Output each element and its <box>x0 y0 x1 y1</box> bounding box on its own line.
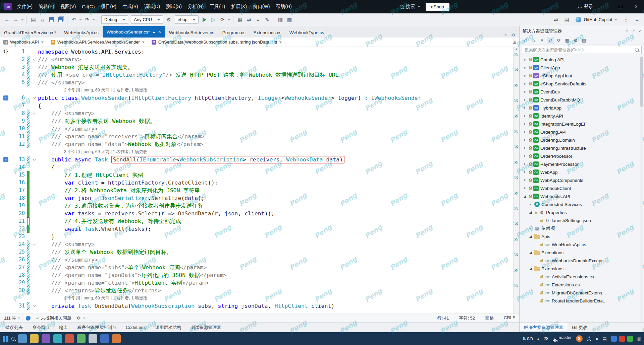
tree-item-routehandlerbuilderexte-[interactable]: C#RouteHandlerBuilderExte... <box>520 297 644 305</box>
code-cleanup-control[interactable]: ⚙ <box>77 316 86 321</box>
fold-icon[interactable] <box>33 57 36 61</box>
tree-item-eshop-servicedefaults[interactable]: C#eShop.ServiceDefaults <box>520 80 644 88</box>
taskbar-app-icon-6[interactable] <box>89 334 97 343</box>
tree-item-orderprocessor[interactable]: C#OrderProcessor <box>520 152 644 160</box>
menu-item-7[interactable]: 测试(S) <box>163 0 185 13</box>
new-file-icon[interactable]: ▤ <box>29 15 38 24</box>
collapse-all-icon[interactable]: ≡ <box>538 37 546 44</box>
chevron-collapsed-icon[interactable] <box>522 73 527 78</box>
taskbar-app-icon-3[interactable] <box>53 334 62 343</box>
document-list-chevron-icon[interactable] <box>504 34 507 36</box>
tool-tab-Git 更改[interactable]: Git 更改 <box>568 323 592 332</box>
feedback-icon[interactable]: ▤ <box>562 15 571 24</box>
start-button[interactable] <box>3 336 8 342</box>
solution-platform-dropdown[interactable]: Any CPU <box>131 15 163 24</box>
taskbar-app-icon-4[interactable] <box>65 334 74 343</box>
tree-item-hybridapp[interactable]: C#HybridApp <box>520 104 644 112</box>
chevron-expanded-icon[interactable] <box>528 234 533 239</box>
tree-item-ordering-api[interactable]: C#Ordering.API <box>520 128 644 136</box>
tree-scrollbar[interactable] <box>640 56 643 322</box>
chevron-collapsed-icon[interactable] <box>522 146 527 150</box>
menu-item-3[interactable]: Git(G) <box>79 0 98 13</box>
chevron-collapsed-icon[interactable] <box>522 170 527 175</box>
taskbar-app-icon-2[interactable] <box>42 334 50 343</box>
live-share-icon[interactable]: ⇄ <box>551 15 560 24</box>
chevron-expanded-icon[interactable] <box>528 210 533 215</box>
sync-with-active-document-icon[interactable]: ⇄ <box>547 37 554 44</box>
tree-item-clientapp[interactable]: C#ClientApp <box>520 64 644 72</box>
spaces-indicator[interactable]: 空格 <box>485 315 494 321</box>
menu-item-2[interactable]: 视图(V) <box>57 0 79 13</box>
network-updown-indicator[interactable]: ⇅ 0/0 <box>522 336 533 341</box>
preview-selected-icon[interactable]: ▤ <box>580 37 588 44</box>
chevron-collapsed-icon[interactable] <box>522 106 527 110</box>
chevron-collapsed-icon[interactable] <box>522 130 527 134</box>
close-panel-icon[interactable]: × <box>638 29 641 34</box>
tray-app-logo-icon[interactable]: S <box>576 335 583 342</box>
chevron-collapsed-icon[interactable] <box>528 202 533 207</box>
chevron-collapsed-icon[interactable] <box>522 97 527 102</box>
tree-item-paymentprocessor[interactable]: C#PaymentProcessor <box>520 160 644 168</box>
menu-item-0[interactable]: 文件(F) <box>14 0 36 13</box>
chevron-collapsed-icon[interactable] <box>522 57 527 62</box>
maximize-button[interactable] <box>612 0 628 13</box>
git-branch-indicator[interactable]: master <box>553 335 572 342</box>
tree-item-integrationeventlogef[interactable]: C#IntegrationEventLogEF <box>520 120 644 128</box>
switch-views-icon[interactable]: ⇄ <box>522 37 529 44</box>
github-copilot-button[interactable]: GitHub Copilot <box>574 17 619 22</box>
tree-item-exceptions[interactable]: Exceptions <box>520 249 644 257</box>
tree-item-webhookclient[interactable]: C#WebhookClient <box>520 184 644 192</box>
panel-tab-调用层次结构[interactable]: 调用层次结构 <box>155 325 181 331</box>
code-editor[interactable]: {}1namespace Webhooks.API.Services;2/// … <box>0 47 519 314</box>
tab-settings-icon[interactable]: ⚙ <box>511 32 515 38</box>
tree-item-apis[interactable]: Apis <box>520 232 644 240</box>
panel-tab-命令窗口[interactable]: 命令窗口 <box>32 325 50 331</box>
chevron-collapsed-icon[interactable] <box>522 89 527 94</box>
network-icon[interactable]: ▤ <box>602 336 606 341</box>
tree-item-extensions-cs[interactable]: C#Extensions.cs <box>520 281 644 289</box>
panel-menu-chevron-icon[interactable] <box>626 30 628 32</box>
taskbar-app-icon-5[interactable] <box>77 334 86 343</box>
tab-webhooktype-cs[interactable]: WebhookType.cs <box>285 27 328 38</box>
inheritance-glyph-icon[interactable]: ↑ <box>3 157 8 162</box>
chevron-collapsed-icon[interactable] <box>522 65 527 70</box>
tool-tab-解决方案资源管理器[interactable]: 解决方案资源管理器 <box>520 323 568 332</box>
panel-tab-错误列表[interactable]: 错误列表 <box>5 325 23 331</box>
tab-webhooksretriever-cs[interactable]: WebhooksRetriever.cs <box>165 27 218 38</box>
tray-icon-2[interactable] <box>627 336 633 342</box>
panel-tab-程序包管理器控制台[interactable]: 程序包管理器控制台 <box>77 325 116 331</box>
scroll-up-icon[interactable]: ▲ <box>514 47 519 51</box>
zoom-control[interactable]: 111 % <box>4 316 20 321</box>
home-icon[interactable]: ⌂ <box>530 37 537 44</box>
save-icon[interactable] <box>47 15 56 24</box>
pin-icon[interactable] <box>153 30 156 33</box>
undo-icon[interactable]: ↶ <box>70 15 78 24</box>
breadcrumb-segment-namespace[interactable]: {}Webhooks.API <box>0 38 47 47</box>
line-ending-indicator[interactable]: CRLF <box>504 315 515 321</box>
refresh-icon[interactable]: ⟳ <box>555 37 562 44</box>
tree-item-catalog-api[interactable]: C#Catalog.API <box>520 56 644 64</box>
tree-item-依赖项[interactable]: ▦依赖项 <box>520 224 644 232</box>
navigate-back-icon[interactable]: ← <box>3 15 11 24</box>
search-icon[interactable] <box>635 48 639 52</box>
panel-tab-输出[interactable]: 输出 <box>59 325 68 331</box>
chevron-collapsed-icon[interactable] <box>522 114 527 118</box>
properties-icon[interactable]: ⚙ <box>572 37 579 44</box>
tree-item-webapp[interactable]: C#WebApp <box>520 168 644 176</box>
codelens-text[interactable]: 3 个引用 | peng, 69 天前 | 1 名作者, 1 项更改 <box>38 148 513 156</box>
tab-granturltesterservice-cs-[interactable]: GrantUrlTesterService.cs* <box>0 27 60 38</box>
quick-search-control[interactable]: 搜索 <box>397 2 423 11</box>
tab-extensions-cs[interactable]: Extensions.cs <box>250 27 285 38</box>
fold-icon[interactable] <box>33 111 36 115</box>
solution-configuration-dropdown[interactable]: Debug <box>101 15 128 24</box>
tray-icon-0[interactable] <box>611 336 617 342</box>
fold-icon[interactable] <box>33 157 36 161</box>
open-file-icon[interactable]: ⌂ <box>38 15 47 24</box>
column-indicator[interactable]: 字符: 52 <box>459 315 475 321</box>
taskbar-search-icon[interactable] <box>11 337 15 341</box>
navigate-forward-icon[interactable]: → <box>12 15 20 24</box>
comment-icon[interactable]: ▧ <box>285 15 294 24</box>
hidden-icons-chevron-icon[interactable]: ▴ <box>537 336 539 341</box>
codelens-text[interactable]: 1 个引用 | peng, 69 天前 | 1 名作者, 1 项更改 <box>38 294 513 302</box>
taskbar-app-icon-1[interactable] <box>30 334 39 343</box>
